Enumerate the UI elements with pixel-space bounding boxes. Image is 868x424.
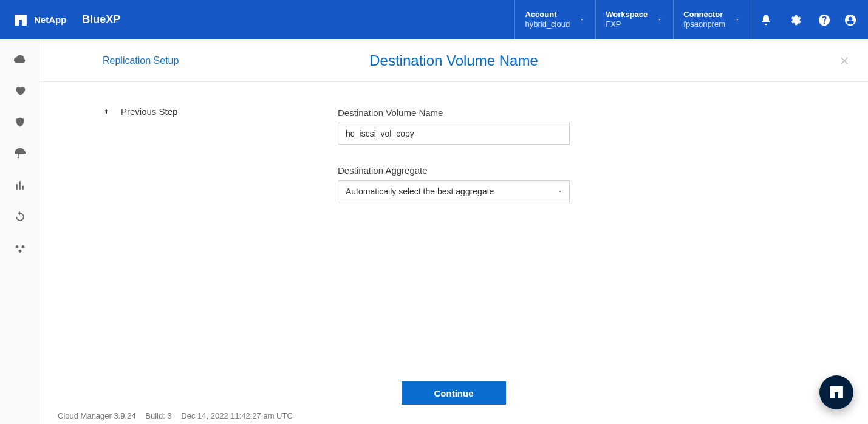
company-name: NetApp [34, 15, 66, 25]
product-name: BlueXP [82, 13, 120, 26]
netapp-mark-icon [830, 386, 843, 398]
nav-canvas[interactable] [13, 52, 27, 66]
help-button[interactable] [810, 0, 839, 39]
chat-fab[interactable] [819, 375, 853, 409]
continue-button[interactable]: Continue [402, 381, 506, 405]
nav-analytics[interactable] [13, 178, 27, 193]
nav-mobility[interactable] [13, 210, 27, 224]
previous-step-link[interactable]: Previous Step [103, 106, 177, 117]
page-title: Destination Volume Name [369, 52, 538, 69]
version-footer: Cloud Manager 3.9.24 Build: 3 Dec 14, 20… [58, 411, 300, 420]
nav-extensions[interactable] [13, 241, 27, 256]
account-value: hybrid_cloud [525, 19, 570, 30]
chevron-down-icon [734, 15, 741, 26]
top-bar: NetApp BlueXP Account hybrid_cloud Works… [0, 0, 868, 39]
nav-health[interactable] [13, 83, 27, 98]
wizard-content: Previous Step Destination Volume Name De… [39, 82, 868, 363]
workspace-selector[interactable]: Workspace FXP [595, 0, 673, 39]
caret-down-icon [557, 188, 563, 194]
dest-aggregate-label: Destination Aggregate [338, 165, 570, 176]
dest-aggregate-select[interactable]: Automatically select the best aggregate [338, 180, 570, 202]
previous-step-label: Previous Step [121, 106, 177, 117]
settings-button[interactable] [781, 0, 810, 39]
shield-icon [15, 116, 26, 128]
left-nav-rail [0, 39, 39, 424]
connector-label: Connector [683, 10, 725, 19]
dest-volume-name-label: Destination Volume Name [338, 108, 570, 118]
gear-icon [789, 14, 801, 26]
netapp-logo-icon [15, 15, 27, 26]
form: Destination Volume Name Destination Aggr… [338, 82, 570, 202]
wizard-header: Replication Setup Destination Volume Nam… [39, 39, 868, 82]
chevron-down-icon [656, 15, 663, 26]
user-icon [844, 13, 857, 27]
account-label: Account [525, 10, 570, 19]
wizard-panel: Replication Setup Destination Volume Nam… [39, 39, 868, 424]
profile-button[interactable] [839, 0, 868, 39]
close-icon [839, 55, 850, 66]
dest-volume-name-input[interactable] [338, 123, 570, 145]
workspace-value: FXP [606, 19, 648, 30]
arrow-up-icon [103, 108, 110, 116]
chevron-down-icon [578, 15, 586, 26]
product-version: Cloud Manager 3.9.24 [58, 411, 136, 420]
bar-chart-icon [14, 179, 26, 191]
workspace-label: Workspace [606, 10, 648, 19]
bell-icon [760, 14, 772, 26]
sync-icon [14, 211, 26, 223]
cloud-icon [13, 52, 27, 66]
wizard-footer: Continue [39, 381, 868, 405]
help-icon [818, 13, 831, 27]
nodes-icon [14, 242, 26, 255]
connector-selector[interactable]: Connector fpsaonprem [673, 0, 751, 39]
close-button[interactable] [839, 55, 850, 66]
build-timestamp: Dec 14, 2022 11:42:27 am UTC [181, 411, 293, 420]
heart-icon [14, 84, 26, 97]
umbrella-icon [13, 147, 27, 160]
nav-protection[interactable] [13, 115, 27, 129]
breadcrumb[interactable]: Replication Setup [103, 55, 179, 66]
brand-logo[interactable]: NetApp BlueXP [0, 13, 120, 26]
build-number: Build: 3 [145, 411, 171, 420]
account-selector[interactable]: Account hybrid_cloud [514, 0, 595, 39]
dest-aggregate-value: Automatically select the best aggregate [346, 186, 494, 196]
connector-value: fpsaonprem [683, 19, 725, 30]
notifications-button[interactable] [751, 0, 781, 39]
nav-governance[interactable] [13, 146, 27, 161]
